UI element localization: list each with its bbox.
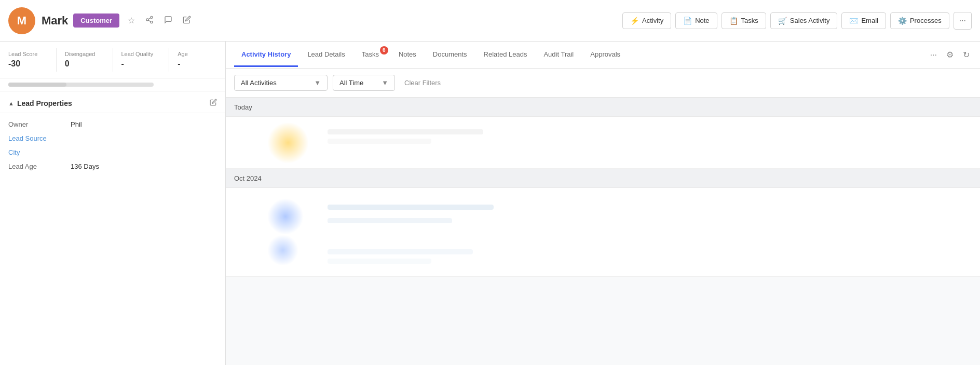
collapse-icon: ▲ [8, 100, 14, 106]
tab-tasks[interactable]: Tasks 6 [355, 43, 389, 67]
stats-row: Lead Score -30 Disengaged 0 Lead Quality… [0, 42, 225, 78]
svg-line-3 [148, 20, 151, 22]
header-actions: ⚡ Activity 📄 Note 📋 Tasks 🛒 Sales Activi… [622, 12, 972, 30]
properties-list: Owner Phil Lead Source City Lead Age 136… [0, 113, 225, 178]
processes-button[interactable]: ⚙️ Processes [890, 12, 949, 29]
lead-quality-label: Lead Quality [121, 51, 161, 57]
activity-glow-blue1 [267, 198, 304, 235]
svg-point-0 [151, 16, 153, 18]
progress-bar-area [0, 78, 225, 91]
lead-age-value: 136 Days [71, 163, 99, 170]
disengaged-label: Disengaged [65, 51, 104, 57]
stat-age: Age - [169, 48, 225, 72]
tab-approvals[interactable]: Approvals [583, 43, 628, 67]
tab-documents[interactable]: Documents [426, 43, 474, 67]
property-owner: Owner Phil [0, 117, 225, 131]
tabs-actions: ··· ⚙ ↻ [928, 48, 972, 62]
sales-activity-icon: 🛒 [778, 17, 787, 25]
oct2024-activity-card [226, 188, 980, 277]
property-lead-age: Lead Age 136 Days [0, 159, 225, 173]
svg-line-4 [148, 18, 151, 19]
contact-name: Mark [42, 14, 68, 28]
progress-bar-fill [8, 83, 66, 87]
header-icon-group: ☆ [126, 13, 193, 28]
activity-glow-blue2 [267, 235, 298, 266]
clear-filters-button[interactable]: Clear Filters [400, 77, 445, 89]
oct2024-section-header: Oct 2024 [226, 169, 980, 188]
email-button[interactable]: ✉️ Email [841, 12, 886, 29]
stat-lead-score: Lead Score -30 [0, 48, 57, 72]
tabs-bar: Activity History Lead Details Tasks 6 No… [226, 42, 980, 69]
note-icon: 📄 [683, 17, 692, 25]
lead-quality-value: - [121, 59, 161, 69]
tab-lead-details[interactable]: Lead Details [300, 43, 352, 67]
tasks-badge: 6 [380, 46, 388, 55]
favorite-icon[interactable]: ☆ [126, 13, 137, 28]
city-label[interactable]: City [8, 148, 71, 156]
tabs-more-button[interactable]: ··· [928, 48, 939, 62]
lead-properties-title: ▲ Lead Properties [8, 99, 72, 107]
owner-label: Owner [8, 120, 71, 128]
lead-score-value: -30 [8, 59, 48, 69]
svg-point-1 [146, 19, 148, 21]
activity-icon: ⚡ [630, 17, 639, 25]
tab-audit-trail[interactable]: Audit Trail [536, 43, 581, 67]
tab-notes[interactable]: Notes [391, 43, 424, 67]
share-icon[interactable] [143, 13, 156, 28]
lead-score-label: Lead Score [8, 51, 48, 57]
processes-icon: ⚙️ [898, 17, 907, 25]
activities-filter[interactable]: All Activities ▼ [234, 75, 328, 91]
tabs-settings-button[interactable]: ⚙ [944, 48, 956, 62]
note-button[interactable]: 📄 Note [675, 12, 717, 29]
age-label: Age [178, 51, 217, 57]
property-city: City [0, 145, 225, 159]
lead-properties-header: ▲ Lead Properties [0, 91, 225, 113]
customer-badge[interactable]: Customer [73, 13, 119, 28]
main-layout: Lead Score -30 Disengaged 0 Lead Quality… [0, 42, 980, 365]
header: M Mark Customer ☆ ⚡ Activity 📄 Note 📋 Ta… [0, 0, 980, 42]
time-filter[interactable]: All Time ▼ [333, 75, 395, 91]
activity-button[interactable]: ⚡ Activity [622, 12, 671, 29]
progress-bar-track [8, 83, 154, 87]
stat-lead-quality: Lead Quality - [113, 48, 170, 72]
tasks-button[interactable]: 📋 Tasks [722, 12, 766, 29]
activity-content: Today Oct 2024 [226, 98, 980, 365]
disengaged-value: 0 [65, 59, 104, 69]
svg-point-2 [151, 21, 153, 23]
tasks-icon: 📋 [729, 17, 738, 25]
lead-age-label: Lead Age [8, 163, 71, 170]
more-actions-button[interactable]: ··· [954, 12, 972, 30]
age-value: - [178, 59, 217, 69]
email-icon: ✉️ [849, 17, 858, 25]
lead-properties-edit-button[interactable] [210, 99, 217, 107]
activities-dropdown-arrow: ▼ [314, 79, 321, 87]
tab-related-leads[interactable]: Related Leads [477, 43, 535, 67]
activity-glow-yellow [267, 122, 309, 164]
tabs-refresh-button[interactable]: ↻ [961, 48, 972, 62]
left-panel: Lead Score -30 Disengaged 0 Lead Quality… [0, 42, 226, 365]
filter-bar: All Activities ▼ All Time ▼ Clear Filter… [226, 69, 980, 98]
lead-source-label[interactable]: Lead Source [8, 134, 71, 142]
chat-icon[interactable] [162, 13, 174, 28]
sales-activity-button[interactable]: 🛒 Sales Activity [770, 12, 838, 29]
avatar: M [8, 7, 35, 34]
tab-activity-history[interactable]: Activity History [234, 43, 298, 67]
today-activity-card [226, 117, 980, 169]
property-lead-source: Lead Source [0, 131, 225, 145]
time-dropdown-arrow: ▼ [382, 79, 388, 87]
edit-icon[interactable] [181, 13, 193, 28]
stat-disengaged: Disengaged 0 [57, 48, 113, 72]
right-panel: Activity History Lead Details Tasks 6 No… [226, 42, 980, 365]
today-section-header: Today [226, 98, 980, 117]
owner-value: Phil [71, 120, 82, 128]
